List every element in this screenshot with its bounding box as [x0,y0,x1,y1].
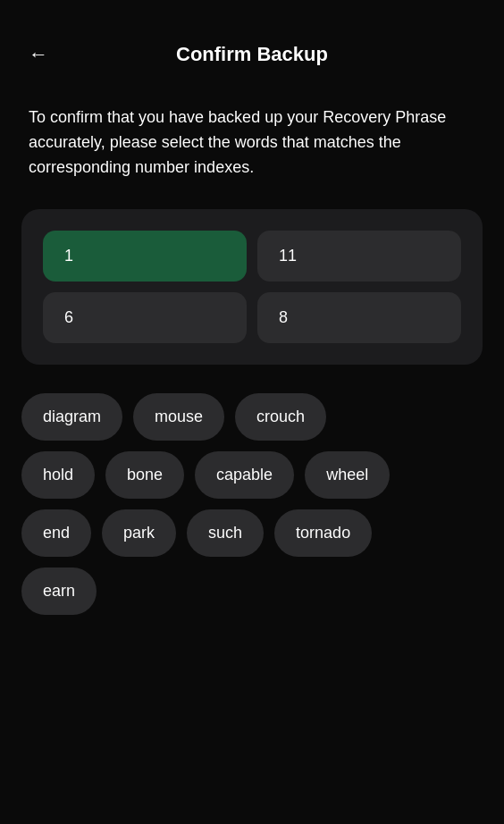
word-btn-such[interactable]: such [187,509,264,557]
page-title: Confirm Backup [176,43,328,66]
index-btn-8[interactable]: 8 [257,292,461,343]
index-selector: 1 11 6 8 [21,209,483,365]
word-btn-bone[interactable]: bone [105,451,184,499]
word-btn-park[interactable]: park [102,509,176,557]
word-btn-wheel[interactable]: wheel [305,451,390,499]
word-btn-tornado[interactable]: tornado [274,509,372,557]
word-btn-mouse[interactable]: mouse [133,393,224,441]
word-btn-crouch[interactable]: crouch [235,393,326,441]
index-btn-1[interactable]: 1 [43,231,247,282]
word-row-4: earn [21,568,483,615]
word-btn-capable[interactable]: capable [195,451,294,499]
word-row-1: diagram mouse crouch [21,393,483,441]
word-row-2: hold bone capable wheel [21,451,483,499]
index-btn-11[interactable]: 11 [257,231,461,282]
index-btn-6[interactable]: 6 [43,292,247,343]
back-button[interactable]: ← [21,36,55,73]
word-row-3: end park such tornado [21,509,483,557]
back-arrow-icon: ← [29,43,48,66]
screen: ← Confirm Backup To confirm that you hav… [0,0,504,824]
word-btn-diagram[interactable]: diagram [21,393,122,441]
word-btn-earn[interactable]: earn [21,568,97,615]
description-text: To confirm that you have backed up your … [0,80,504,209]
word-btn-hold[interactable]: hold [21,451,95,499]
header: ← Confirm Backup [0,0,504,80]
index-grid: 1 11 6 8 [43,231,461,343]
word-options: diagram mouse crouch hold bone capable w… [0,393,504,615]
word-btn-end[interactable]: end [21,509,91,557]
